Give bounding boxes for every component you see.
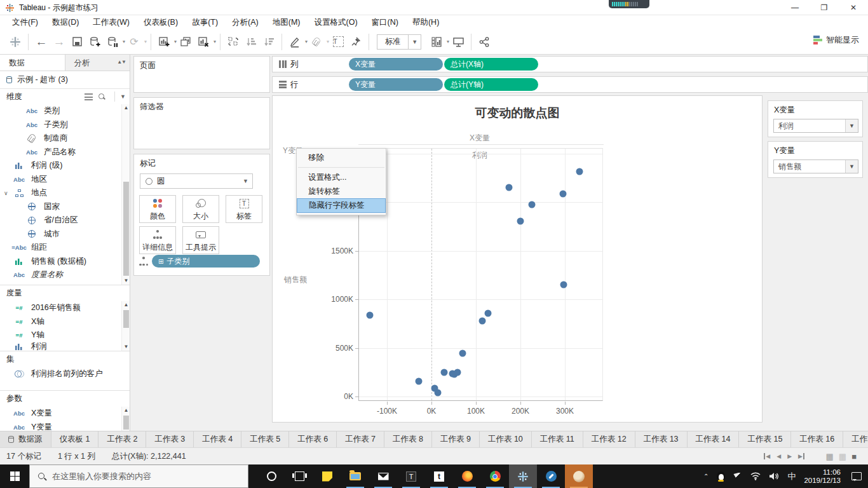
- marks-button-detail[interactable]: 详细信息: [139, 226, 176, 254]
- save-button[interactable]: [68, 32, 86, 51]
- sheet-tab-工作表 11[interactable]: 工作表 11: [532, 431, 583, 447]
- scatter-mark[interactable]: [560, 191, 567, 198]
- param-x-caret-icon[interactable]: ▼: [845, 119, 858, 132]
- menu-设置格式(O)[interactable]: 设置格式(O): [308, 16, 365, 29]
- fit-selector[interactable]: 标准 ▼: [377, 34, 421, 50]
- param-y-select[interactable]: 销售额 ▼: [773, 159, 858, 173]
- menu-工作表(W)[interactable]: 工作表(W): [86, 16, 137, 29]
- scatter-mark[interactable]: [484, 310, 491, 317]
- sheet-tab-仪表板 1[interactable]: 仪表板 1: [51, 431, 99, 447]
- wifi-tray-icon[interactable]: [750, 472, 761, 480]
- ime-indicator[interactable]: 中: [787, 471, 796, 482]
- sheet-tab-工作表 14[interactable]: 工作表 14: [688, 431, 740, 447]
- undo-button[interactable]: ←: [32, 32, 50, 51]
- fix-axes-button[interactable]: [347, 32, 365, 51]
- sheet-tab-工作表 8[interactable]: 工作表 8: [384, 431, 432, 447]
- marks-button-size[interactable]: 大小: [182, 195, 219, 223]
- menu-地图(M)[interactable]: 地图(M): [266, 16, 308, 29]
- new-datasource-button[interactable]: [86, 32, 104, 51]
- detail-pill-subcategory[interactable]: ⊞ 子类别: [152, 255, 260, 268]
- avatar-app-button[interactable]: [565, 464, 593, 488]
- sheet-tab-工作表 4[interactable]: 工作表 4: [194, 431, 241, 447]
- taskbar-search[interactable]: 在这里输入你要搜索的内容: [29, 464, 248, 488]
- refresh-button[interactable]: ⟳: [125, 32, 143, 51]
- presentation-mode-button[interactable]: [449, 32, 467, 51]
- filters-shelf[interactable]: 筛选器: [133, 97, 270, 149]
- sheet-tab-工作表 9[interactable]: 工作表 9: [432, 431, 480, 447]
- show-filmstrip-icon[interactable]: ▦: [839, 452, 846, 461]
- menu-故事(T)[interactable]: 故事(T): [185, 16, 225, 29]
- task-view-button[interactable]: [285, 464, 313, 488]
- highlight-button[interactable]: [286, 32, 304, 51]
- mail-button[interactable]: [369, 464, 397, 488]
- menu-帮助(H)[interactable]: 帮助(H): [405, 16, 446, 29]
- dimensions-menu-caret-icon[interactable]: ▼: [120, 93, 126, 100]
- menu-仪表板(B)[interactable]: 仪表板(B): [137, 16, 185, 29]
- share-button[interactable]: [475, 32, 493, 51]
- dimension-地点[interactable]: ∨地点: [0, 186, 130, 200]
- notification-center-icon[interactable]: [851, 472, 862, 480]
- swap-rows-columns-button[interactable]: [224, 32, 242, 51]
- menu-分析(A)[interactable]: 分析(A): [225, 16, 266, 29]
- dimension-国家[interactable]: 国家: [0, 200, 130, 214]
- last-sheet-icon[interactable]: ▶: [798, 453, 804, 459]
- pages-shelf[interactable]: 页面: [133, 56, 270, 93]
- sheet-tab-工作表 2[interactable]: 工作表 2: [98, 431, 146, 447]
- context-menu-item-旋转标签[interactable]: 旋转标签: [297, 184, 386, 198]
- pane-collapse-icon[interactable]: ▲▼: [117, 59, 126, 65]
- sheet-tab-工作表 3[interactable]: 工作表 3: [146, 431, 194, 447]
- datasource-item[interactable]: 示例 - 超市 (3): [0, 71, 130, 89]
- marks-button-label[interactable]: T标签: [226, 195, 262, 223]
- context-menu-item-移除[interactable]: 移除: [297, 151, 386, 165]
- sheet-tab-工作表 10[interactable]: 工作表 10: [480, 431, 532, 447]
- find-field-icon[interactable]: [98, 93, 105, 100]
- sticky-notes-button[interactable]: [313, 464, 341, 488]
- start-button[interactable]: [0, 464, 29, 488]
- prev-sheet-icon[interactable]: ◀: [776, 453, 781, 459]
- scatter-mark[interactable]: [505, 184, 512, 191]
- next-sheet-icon[interactable]: ▶: [787, 453, 792, 459]
- show-sheet-icon[interactable]: ■: [851, 452, 857, 461]
- scatter-mark[interactable]: [517, 218, 524, 225]
- menu-数据(D)[interactable]: 数据(D): [45, 16, 86, 29]
- pause-updates-button[interactable]: [104, 32, 121, 51]
- app-T-button[interactable]: T: [397, 464, 425, 488]
- chrome-button[interactable]: [481, 464, 509, 488]
- measure-Y轴[interactable]: =#Y轴: [0, 329, 130, 342]
- columns-shelf[interactable]: 列 X变量总计(X轴): [272, 56, 868, 72]
- refresh-caret[interactable]: ▾: [144, 39, 147, 44]
- set-利润排名前列的客户[interactable]: 利润排名前列的客户: [0, 367, 130, 381]
- dimension-组距[interactable]: =Abc组距: [0, 241, 130, 255]
- show-me-button[interactable]: 智能显示: [813, 34, 859, 46]
- radar-tray-icon[interactable]: [733, 473, 742, 480]
- measure-利润[interactable]: 利润: [0, 342, 130, 351]
- scatter-mark[interactable]: [478, 318, 485, 325]
- cortana-button[interactable]: [257, 464, 285, 488]
- show-tabs-icon[interactable]: ▦: [826, 452, 834, 461]
- param-x-select[interactable]: 利润 ▼: [773, 119, 858, 133]
- file-explorer-button[interactable]: [341, 464, 369, 488]
- tab-data[interactable]: 数据: [0, 55, 65, 71]
- first-sheet-icon[interactable]: ◀: [764, 453, 770, 459]
- dimension-销售额 (数据桶)[interactable]: 销售额 (数据桶): [0, 255, 130, 269]
- param-y-caret-icon[interactable]: ▼: [845, 160, 858, 173]
- y-axis-title[interactable]: 销售额: [284, 274, 307, 285]
- rows-shelf[interactable]: 行 Y变量总计(Y轴): [272, 76, 868, 93]
- scatter-mark[interactable]: [576, 168, 583, 175]
- scrollbar[interactable]: ▲▼: [121, 104, 130, 285]
- measure-X轴[interactable]: =#X轴: [0, 315, 130, 329]
- sheet-tab-工作表 15[interactable]: 工作表 15: [739, 431, 791, 447]
- volume-tray-icon[interactable]: [769, 472, 779, 480]
- show-axis-labels-button[interactable]: [428, 32, 445, 51]
- sheet-tab-工作表 13[interactable]: 工作表 13: [635, 431, 688, 447]
- prep-tool-button[interactable]: [537, 464, 565, 488]
- dimension-度量名称[interactable]: Abc度量名称: [0, 268, 130, 282]
- dimension-产品名称[interactable]: Abc产品名称: [0, 146, 130, 159]
- tab-datasource[interactable]: 数据源: [0, 431, 51, 447]
- sheet-tab-工作表 17[interactable]: 工作表 17: [843, 431, 868, 447]
- scatter-mark[interactable]: [459, 350, 466, 357]
- scatter-mark[interactable]: [366, 312, 373, 319]
- new-worksheet-button[interactable]: [155, 32, 173, 51]
- app-t-button[interactable]: t: [425, 464, 453, 488]
- dimension-省/自治区[interactable]: 省/自治区: [0, 214, 130, 227]
